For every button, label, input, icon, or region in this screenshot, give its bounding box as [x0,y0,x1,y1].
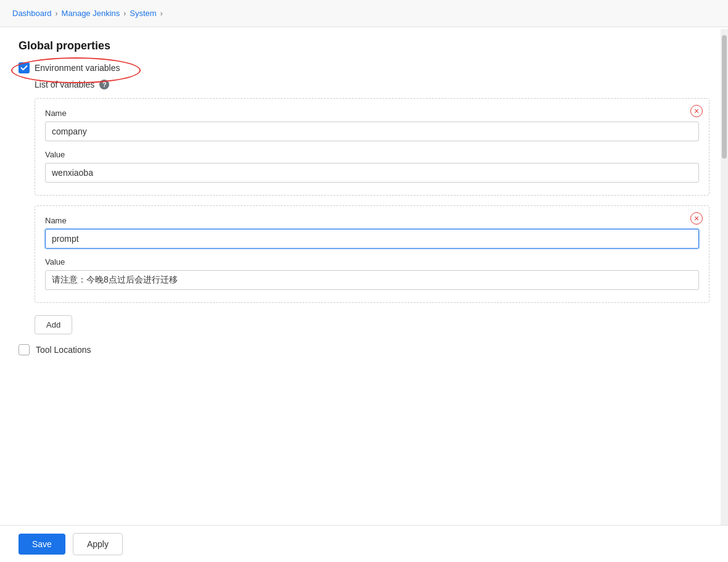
list-of-variables-label: List of variables ? [35,80,709,89]
name-label-1: Name [45,216,699,225]
page-title: Global properties [19,39,709,52]
apply-button[interactable]: Apply [73,533,123,555]
breadcrumb-system[interactable]: System [130,9,156,18]
help-icon[interactable]: ? [99,80,109,89]
tool-locations-row: Tool Locations [19,344,709,355]
value-label-1: Value [45,257,699,267]
value-input-1[interactable] [45,270,699,290]
list-label-text: List of variables [35,80,94,89]
name-input-1[interactable] [45,229,699,249]
env-variables-label: Environment variables [35,63,120,73]
add-button[interactable]: Add [35,315,72,334]
breadcrumb-manage-jenkins[interactable]: Manage Jenkins [62,9,120,18]
value-input-0[interactable] [45,163,699,183]
env-variables-checkbox[interactable] [19,62,30,73]
variable-card-1: × Name Value [35,205,709,303]
delete-variable-1[interactable]: × [690,212,703,225]
breadcrumb-dashboard[interactable]: Dashboard [12,9,52,18]
breadcrumb-sep-3: › [160,9,163,18]
scrollbar[interactable] [721,29,728,525]
name-label-0: Name [45,109,699,118]
tool-locations-label: Tool Locations [36,345,91,355]
value-field-1: Value [45,257,699,290]
scrollbar-thumb [722,35,727,159]
bottom-bar: Save Apply [0,525,728,562]
save-button[interactable]: Save [19,534,65,555]
value-field-0: Value [45,150,699,183]
env-variables-row: Environment variables [19,62,709,73]
tool-locations-checkbox[interactable] [19,344,30,355]
name-input-0[interactable] [45,122,699,141]
delete-variable-0[interactable]: × [690,105,703,117]
env-variables-checkbox-wrapper[interactable]: Environment variables [19,62,120,73]
variable-card-0: × Name Value [35,98,709,196]
main-content: Global properties Environment variables … [0,27,728,523]
value-label-0: Value [45,150,699,159]
breadcrumb-sep-1: › [56,9,58,18]
breadcrumb-sep-2: › [123,9,126,18]
breadcrumb: Dashboard › Manage Jenkins › System › [0,0,728,27]
